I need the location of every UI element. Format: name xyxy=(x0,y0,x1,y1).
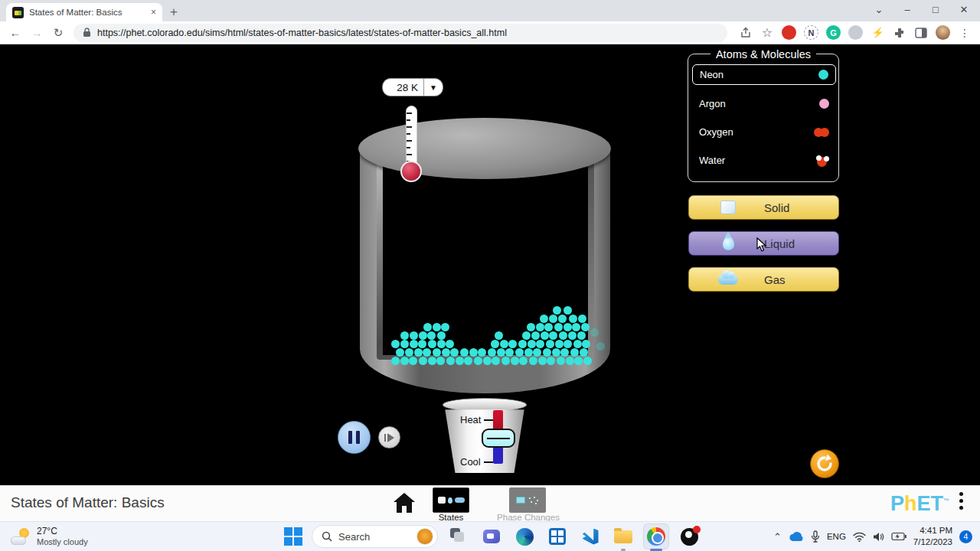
particle xyxy=(478,348,486,357)
particle xyxy=(396,348,404,357)
screen-button-phase-changes[interactable] xyxy=(509,487,546,513)
notification-badge[interactable]: 4 xyxy=(959,530,972,543)
side-panel-icon[interactable] xyxy=(910,28,932,38)
temperature-units-dropdown[interactable]: ▼ xyxy=(423,79,443,96)
window-menu-icon[interactable]: ⌄ xyxy=(867,4,890,15)
particle xyxy=(450,348,459,357)
particle xyxy=(564,323,572,331)
language-indicator[interactable]: ENG xyxy=(827,532,846,541)
lightning-extension-icon[interactable]: ⚡ xyxy=(871,25,885,40)
grammarly-extension-icon[interactable]: G xyxy=(826,25,841,40)
weather-condition: Mostly cloudy xyxy=(37,537,88,547)
lock-icon xyxy=(83,28,91,37)
forward-icon[interactable]: → xyxy=(26,26,47,39)
particle xyxy=(568,331,577,340)
notion-extension-icon[interactable]: N xyxy=(804,25,818,40)
temperature-value: 28 K xyxy=(383,82,423,93)
back-icon[interactable]: ← xyxy=(5,26,26,39)
microphone-icon[interactable] xyxy=(811,530,820,543)
heater-slider-handle[interactable] xyxy=(482,429,515,448)
atom-option-argon[interactable]: Argon xyxy=(692,93,836,114)
solid-button[interactable]: Solid xyxy=(688,195,839,220)
weather-widget[interactable]: 27°C Mostly cloudy xyxy=(0,526,168,547)
file-explorer-button[interactable] xyxy=(611,524,635,549)
extensions-puzzle-icon[interactable] xyxy=(889,27,910,39)
step-bar-icon xyxy=(384,434,387,442)
particle xyxy=(582,340,590,348)
profile-avatar[interactable] xyxy=(936,25,950,40)
minimize-icon[interactable]: – xyxy=(896,4,919,15)
atom-option-oxygen[interactable]: Oxygen xyxy=(692,122,836,142)
search-icon xyxy=(322,531,332,542)
temperature-readout: 28 K ▼ xyxy=(382,78,443,96)
browser-toolbar: ← → ↻ https://phet.colorado.edu/sims/htm… xyxy=(0,21,980,44)
cloud-icon xyxy=(718,275,738,285)
reload-icon[interactable]: ↻ xyxy=(47,26,69,40)
thermometer-bulb xyxy=(400,161,422,182)
particle xyxy=(456,357,464,365)
atom-option-neon[interactable]: Neon xyxy=(692,64,836,85)
neon-atom-icon xyxy=(818,70,828,80)
atom-option-water[interactable]: Water xyxy=(692,150,836,171)
particle xyxy=(433,323,441,331)
battery-icon[interactable] xyxy=(891,532,906,541)
address-bar[interactable]: https://phet.colorado.edu/sims/html/stat… xyxy=(74,24,727,42)
close-icon[interactable]: ✕ xyxy=(952,4,975,15)
pause-button[interactable] xyxy=(338,421,371,454)
mini-solid-icon xyxy=(516,497,525,504)
vscode-button[interactable] xyxy=(578,524,603,549)
edge-button[interactable] xyxy=(512,524,537,549)
bookmark-star-icon[interactable]: ☆ xyxy=(756,25,778,40)
phet-menu-icon[interactable] xyxy=(959,492,963,510)
container-lid[interactable] xyxy=(358,118,611,179)
particle xyxy=(511,357,519,365)
tray-date: 7/12/2023 xyxy=(913,536,952,548)
share-icon[interactable] xyxy=(735,27,756,39)
particle xyxy=(501,357,510,365)
store-icon xyxy=(549,528,566,545)
clock[interactable]: 4:41 PM 7/12/2023 xyxy=(913,525,952,548)
particle xyxy=(543,348,551,357)
step-forward-button[interactable] xyxy=(378,426,400,448)
edge-icon xyxy=(516,528,534,546)
task-view-button[interactable] xyxy=(446,524,471,549)
gas-button[interactable]: Gas xyxy=(688,267,839,292)
particle xyxy=(569,315,577,323)
particle xyxy=(419,357,427,365)
onedrive-icon[interactable] xyxy=(789,532,804,542)
reset-all-button[interactable] xyxy=(810,449,839,478)
wifi-icon[interactable] xyxy=(853,532,866,542)
simulation-stage: 28 K ▼ Heat Cool Atoms & Molecules Neon … xyxy=(0,44,980,485)
home-icon[interactable] xyxy=(393,492,416,514)
particle xyxy=(460,348,469,357)
oxygen-molecule-icon xyxy=(814,128,829,137)
windows-start-button[interactable] xyxy=(283,527,303,546)
phet-logo[interactable]: PhET™ xyxy=(890,492,949,516)
kebab-menu-icon[interactable]: ⋮ xyxy=(954,27,975,39)
water-drop-icon xyxy=(718,236,738,250)
screen-button-states[interactable] xyxy=(433,487,469,513)
particle xyxy=(564,306,572,315)
adblock-extension-icon[interactable] xyxy=(782,25,796,40)
particle xyxy=(536,340,544,348)
reset-arrow-icon xyxy=(815,455,834,473)
maximize-icon[interactable]: □ xyxy=(924,4,947,15)
particle xyxy=(552,348,560,357)
taskbar-search[interactable]: Search xyxy=(312,525,438,548)
particle xyxy=(518,340,527,348)
folder-icon xyxy=(614,530,632,543)
browser-tab[interactable]: States of Matter: Basics × xyxy=(6,3,162,21)
particle xyxy=(566,357,574,365)
particle xyxy=(549,315,557,323)
shield-extension-icon[interactable] xyxy=(848,25,863,40)
teams-chat-button[interactable] xyxy=(479,524,504,549)
microsoft-store-button[interactable] xyxy=(545,524,570,549)
particle xyxy=(558,315,567,323)
tab-close-icon[interactable]: × xyxy=(151,8,156,17)
speaker-icon[interactable] xyxy=(873,532,884,542)
obs-button[interactable] xyxy=(677,524,701,549)
tray-chevron-icon[interactable]: ⌃ xyxy=(773,531,782,543)
new-tab-button[interactable]: + xyxy=(170,5,178,18)
chrome-button[interactable] xyxy=(644,524,668,549)
particle xyxy=(572,323,580,331)
